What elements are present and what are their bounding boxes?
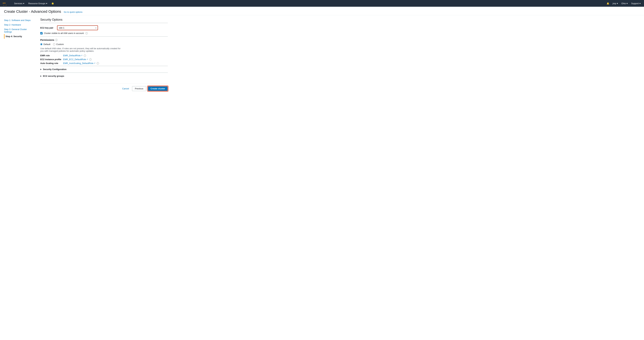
page-title: Create Cluster - Advanced Options: [4, 10, 61, 14]
cluster-visible-checkbox[interactable]: [40, 32, 42, 35]
ec2-key-pair-select[interactable]: sde-1 my-key-pair default: [58, 26, 98, 30]
permissions-default-radio[interactable]: [40, 43, 42, 45]
ec2-security-groups-section[interactable]: ▶ EC2 security groups: [40, 73, 168, 79]
sidebar-item-step2[interactable]: Step 2: Hardware: [4, 23, 35, 27]
nav-bell[interactable]: 🔔: [606, 2, 610, 5]
ec2-security-groups-label: EC2 security groups: [43, 75, 64, 77]
emr-role-info-icon[interactable]: i: [84, 54, 86, 57]
create-cluster-button[interactable]: Create cluster: [148, 86, 168, 91]
section-title: Security Options: [40, 18, 168, 23]
permissions-info-icon[interactable]: i: [55, 39, 58, 41]
svg-text:aws: aws: [3, 2, 6, 4]
permissions-default-option[interactable]: Default: [40, 43, 50, 46]
nav-favorites[interactable]: ⭐: [51, 2, 55, 5]
emr-role-row: EMR role EMR_DefaultRole ↗ i: [40, 54, 168, 57]
page-header: Create Cluster - Advanced Options Go to …: [0, 7, 644, 15]
nav-services[interactable]: Services ▾: [14, 2, 25, 5]
emr-role-link-text: EMR_DefaultRole: [63, 54, 80, 57]
security-config-arrow-icon: ▶: [40, 68, 42, 70]
sidebar: Step 1: Software and Steps Step 2: Hardw…: [4, 18, 38, 337]
nav-right: 🔔 jmp ▾ Ohio ▾ Support ▾: [606, 2, 641, 5]
autoscaling-role-label: Auto Scaling role: [40, 62, 62, 65]
nav-resource-groups[interactable]: Resource Groups ▾: [28, 2, 48, 5]
emr-role-external-icon: ↗: [81, 54, 82, 57]
ec2-key-pair-row: EC2 key pair sde-1 my-key-pair default ▾: [40, 26, 168, 30]
security-configuration-section[interactable]: ▶ Security Configuration: [40, 66, 168, 73]
ec2-key-pair-label: EC2 key pair: [40, 27, 55, 29]
nav-user[interactable]: jmp ▾: [612, 2, 619, 5]
nav-region[interactable]: Ohio ▾: [621, 2, 628, 5]
aws-logo[interactable]: aws: [3, 1, 10, 5]
emr-role-link[interactable]: EMR_DefaultRole ↗: [63, 54, 82, 57]
permissions-title: Permissions i: [40, 39, 168, 41]
ec2-key-pair-select-wrapper: sde-1 my-key-pair default ▾: [58, 26, 98, 30]
actions-bar: Cancel Previous Create cluster: [40, 83, 168, 91]
autoscaling-role-info-icon[interactable]: i: [97, 62, 99, 65]
cluster-visible-info-icon[interactable]: i: [86, 32, 88, 35]
emr-role-label: EMR role: [40, 54, 62, 57]
ec2-profile-link[interactable]: EMR_EC2_DefaultRole ↗: [63, 58, 88, 61]
content-inner: Security Options EC2 key pair sde-1 my-k…: [40, 18, 168, 91]
sidebar-item-step1[interactable]: Step 1: Software and Steps: [4, 18, 35, 23]
ec2-security-groups-arrow-icon: ▶: [40, 75, 42, 77]
quick-options-link[interactable]: Go to quick options: [64, 11, 82, 13]
cluster-visible-label[interactable]: Cluster visible to all IAM users in acco…: [44, 32, 84, 35]
ec2-profile-external-icon: ↗: [86, 58, 88, 61]
autoscaling-role-link[interactable]: EMR_AutoScaling_DefaultRole ↗: [63, 62, 95, 65]
body-layout: Step 1: Software and Steps Step 2: Hardw…: [0, 15, 644, 340]
permissions-radio-row: Default Custom: [40, 43, 168, 46]
permissions-default-label: Default: [44, 43, 50, 46]
cluster-visible-row: Cluster visible to all IAM users in acco…: [40, 32, 168, 35]
top-nav: aws Services ▾ Resource Groups ▾ ⭐ 🔔 jmp…: [0, 0, 644, 7]
permissions-custom-radio[interactable]: [53, 43, 55, 45]
ec2-profile-info-icon[interactable]: i: [89, 58, 92, 61]
page-wrapper: Create Cluster - Advanced Options Go to …: [0, 7, 644, 340]
autoscaling-role-row: Auto Scaling role EMR_AutoScaling_Defaul…: [40, 62, 168, 65]
sidebar-item-step4: Step 4: Security: [4, 34, 35, 39]
previous-button[interactable]: Previous: [132, 86, 146, 91]
ec2-profile-row: EC2 instance profile EMR_EC2_DefaultRole…: [40, 58, 168, 61]
content-area: Security Options EC2 key pair sde-1 my-k…: [38, 18, 640, 337]
security-configuration-label: Security Configuration: [43, 68, 66, 71]
sidebar-item-step3[interactable]: Step 3: General Cluster Settings: [4, 27, 35, 34]
autoscaling-role-link-text: EMR_AutoScaling_DefaultRole: [63, 62, 94, 65]
permissions-custom-option[interactable]: Custom: [53, 43, 64, 46]
permissions-custom-label: Custom: [56, 43, 64, 46]
permissions-description: Use default IAM roles. If roles are not …: [40, 47, 124, 52]
cancel-button[interactable]: Cancel: [121, 86, 130, 91]
ec2-profile-link-text: EMR_EC2_DefaultRole: [63, 58, 86, 61]
nav-support[interactable]: Support ▾: [630, 2, 641, 5]
autoscaling-role-external-icon: ↗: [94, 62, 95, 64]
ec2-profile-label: EC2 instance profile: [40, 58, 62, 61]
